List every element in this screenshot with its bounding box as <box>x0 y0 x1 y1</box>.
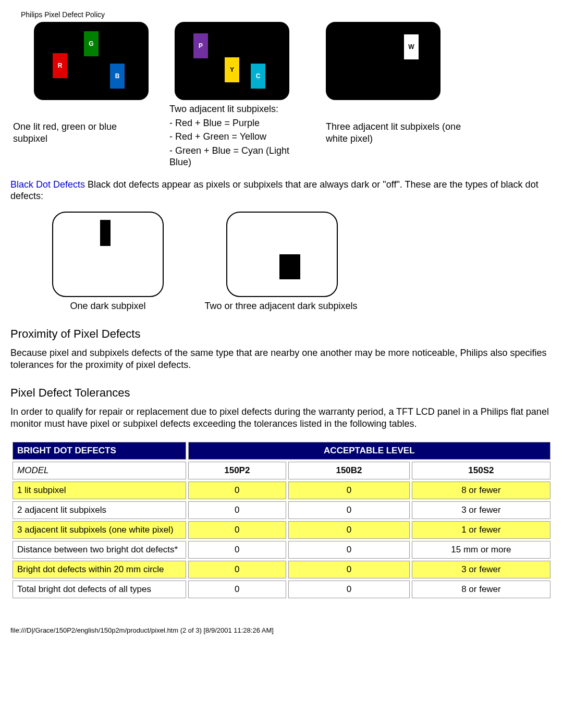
table-row: 1 lit subpixel008 or fewer <box>13 482 550 499</box>
table-row-value: 0 <box>288 501 410 519</box>
table-model-1: 150B2 <box>288 462 410 479</box>
caption-two-lit-line0: - Red + Blue = Purple <box>169 117 310 129</box>
bright-two-subpixels: P Y C Two adjacent lit subpixels: - Red … <box>169 22 310 168</box>
caption-two-lit-line1: - Red + Green = Yellow <box>169 131 310 143</box>
caption-one-lit: One lit red, green or blue subpixel <box>13 121 154 144</box>
table-head-defects: BRIGHT DOT DEFECTS <box>13 442 186 460</box>
dark-subpixel-icon <box>100 220 111 246</box>
tolerances-text: In order to qualify for repair or replac… <box>10 406 553 429</box>
dark-pixel-icon <box>279 254 300 279</box>
yellow-subpixel-icon: Y <box>225 57 239 82</box>
black-dot-label: Black Dot Defects <box>10 179 85 190</box>
cyan-subpixel-icon: C <box>251 64 265 89</box>
red-subpixel-icon: R <box>53 53 67 78</box>
table-row-value: 3 or fewer <box>412 501 550 519</box>
proximity-heading: Proximity of Pixel Defects <box>10 327 553 341</box>
table-model-row: MODEL 150P2 150B2 150S2 <box>13 462 550 479</box>
page-footer: file:///D|/Grace/150P2/english/150p2m/pr… <box>10 626 553 634</box>
table-row-value: 8 or fewer <box>412 482 550 499</box>
table-row-label: Bright dot defects within 20 mm circle <box>13 561 186 578</box>
table-row-value: 0 <box>188 501 286 519</box>
table-row-value: 8 or fewer <box>412 581 550 598</box>
table-row-value: 0 <box>188 541 286 559</box>
tolerances-heading: Pixel Defect Tolerances <box>10 386 553 400</box>
table-row: 3 adjacent lit subpixels (one white pixe… <box>13 521 550 539</box>
green-subpixel-icon: G <box>84 31 99 56</box>
table-row-value: 0 <box>288 541 410 559</box>
table-model-2: 150S2 <box>412 462 550 479</box>
diagram-one-dark <box>52 212 164 297</box>
diagram-pyc: P Y C <box>175 22 289 100</box>
table-row-label: 1 lit subpixel <box>13 482 186 499</box>
table-row-value: 15 mm or more <box>412 541 550 559</box>
table-row-label: Distance between two bright dot defects* <box>13 541 186 559</box>
page-header: Philips Pixel Defect Policy <box>21 10 553 19</box>
table-row-label: 3 adjacent lit subpixels (one white pixe… <box>13 521 186 539</box>
table-row-value: 0 <box>188 581 286 598</box>
white-pixel-icon: W <box>404 34 419 59</box>
bright-one-subpixel: R G B One lit red, green or blue subpixe… <box>13 22 154 168</box>
black-two-subpixels: Two or three adjacent dark subpixels <box>226 212 359 312</box>
table-row-value: 0 <box>288 561 410 578</box>
diagram-two-dark <box>226 212 338 297</box>
caption-two-dark: Two or three adjacent dark subpixels <box>203 300 359 312</box>
table-row-value: 0 <box>288 521 410 539</box>
diagram-white: W <box>326 22 440 100</box>
black-dot-diagrams: One dark subpixel Two or three adjacent … <box>10 212 553 312</box>
diagram-rgb: R G B <box>34 22 149 100</box>
table-row: Bright dot defects within 20 mm circle00… <box>13 561 550 578</box>
table-row-value: 0 <box>288 482 410 499</box>
table-row-value: 1 or fewer <box>412 521 550 539</box>
proximity-text: Because pixel and subpixels defects of t… <box>10 347 553 371</box>
bright-dot-diagrams: R G B One lit red, green or blue subpixe… <box>10 22 553 168</box>
table-row-value: 0 <box>188 561 286 578</box>
table-row: Total bright dot defects of all types008… <box>13 581 550 598</box>
purple-subpixel-icon: P <box>193 33 208 58</box>
black-dot-paragraph: Black Dot Defects Black dot defects appe… <box>10 179 553 202</box>
blue-subpixel-icon: B <box>110 64 125 89</box>
caption-two-lit-line2: - Green + Blue = Cyan (Light Blue) <box>169 145 310 168</box>
table-row-label: 2 adjacent lit subpixels <box>13 501 186 519</box>
table-row-value: 3 or fewer <box>412 561 550 578</box>
table-row: Distance between two bright dot defects*… <box>13 541 550 559</box>
black-dot-text: Black dot defects appear as pixels or su… <box>10 179 538 202</box>
table-row-value: 0 <box>288 581 410 598</box>
table-row: 2 adjacent lit subpixels003 or fewer <box>13 501 550 519</box>
table-head-level: ACCEPTABLE LEVEL <box>188 442 550 460</box>
table-header-row: BRIGHT DOT DEFECTS ACCEPTABLE LEVEL <box>13 442 550 460</box>
caption-one-dark: One dark subpixel <box>52 300 164 312</box>
table-model-0: 150P2 <box>188 462 286 479</box>
bright-three-subpixels: W Three adjacent lit subpixels (one whit… <box>326 22 482 168</box>
table-row-value: 0 <box>188 482 286 499</box>
black-one-subpixel: One dark subpixel <box>52 212 164 312</box>
bright-dot-table: BRIGHT DOT DEFECTS ACCEPTABLE LEVEL MODE… <box>10 440 553 600</box>
table-row-label: Total bright dot defects of all types <box>13 581 186 598</box>
table-model-label: MODEL <box>13 462 186 479</box>
table-row-value: 0 <box>188 521 286 539</box>
caption-three-lit: Three adjacent lit subpixels (one white … <box>326 121 482 144</box>
caption-two-lit-heading: Two adjacent lit subpixels: <box>169 103 310 115</box>
